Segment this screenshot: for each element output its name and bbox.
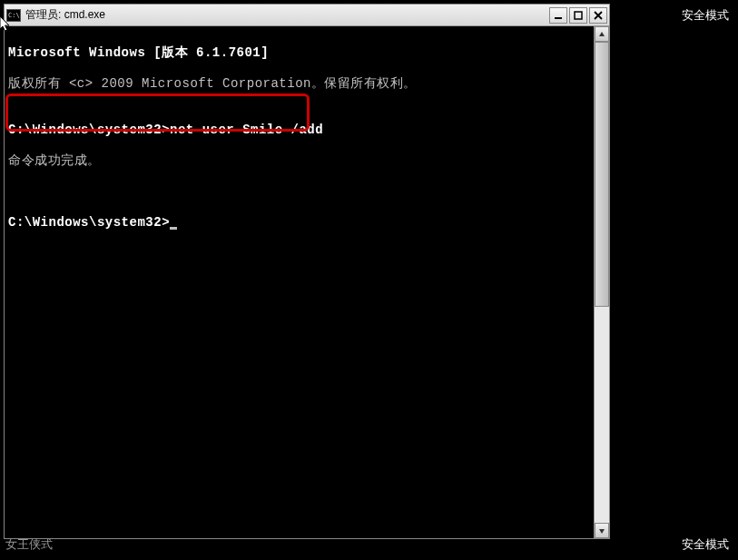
prompt-line-2: C:\Windows\system32> xyxy=(8,215,594,231)
scroll-track[interactable] xyxy=(595,42,609,523)
svg-rect-0 xyxy=(555,17,562,19)
copyright-line: 版权所有 <c> 2009 Microsoft Corporation。保留所有… xyxy=(8,76,594,92)
titlebar[interactable]: C:\ 管理员: cmd.exe xyxy=(5,5,609,26)
text-cursor xyxy=(170,227,177,230)
terminal-output[interactable]: Microsoft Windows [版本 6.1.7601] 版权所有 <c>… xyxy=(5,26,594,538)
result-line: 命令成功完成。 xyxy=(8,153,594,169)
scroll-thumb[interactable] xyxy=(595,42,609,307)
vertical-scrollbar[interactable] xyxy=(594,26,609,538)
minimize-button[interactable] xyxy=(549,7,567,24)
cmd-window: C:\ 管理员: cmd.exe Microsoft Windows [版本 6… xyxy=(4,4,610,539)
content-area: Microsoft Windows [版本 6.1.7601] 版权所有 <c>… xyxy=(5,26,609,538)
safe-mode-label-bottom-right: 安全模式 xyxy=(682,536,729,553)
window-title: 管理员: cmd.exe xyxy=(25,7,549,23)
version-line: Microsoft Windows [版本 6.1.7601] xyxy=(8,45,594,61)
command-line-1: C:\Windows\system32>net user Smile /add xyxy=(8,123,594,138)
safe-mode-label-top-right: 安全模式 xyxy=(682,7,729,24)
cmd-icon: C:\ xyxy=(6,9,21,22)
scroll-down-button[interactable] xyxy=(595,523,609,538)
window-controls xyxy=(549,7,607,24)
close-button[interactable] xyxy=(589,7,607,24)
svg-rect-1 xyxy=(575,12,582,19)
scroll-up-button[interactable] xyxy=(595,26,609,42)
maximize-button[interactable] xyxy=(569,7,587,24)
